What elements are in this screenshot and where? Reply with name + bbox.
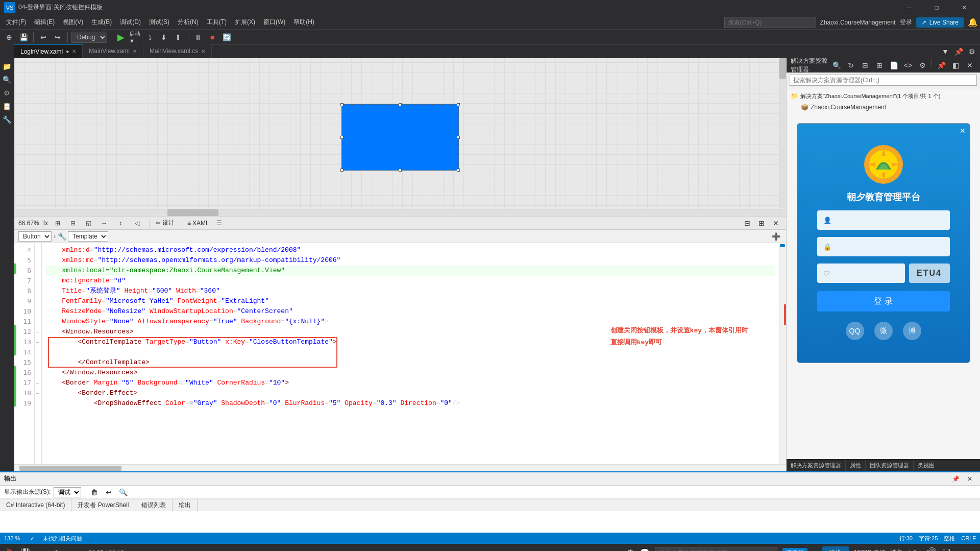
sidebar-icon-3[interactable]: ⚙	[1, 87, 13, 99]
zoom-btn[interactable]: fx	[43, 217, 48, 229]
player-next[interactable]: ⏭	[67, 548, 76, 552]
split-v[interactable]: ⊞	[755, 217, 768, 229]
notifications-icon[interactable]: 🔔	[968, 17, 978, 27]
menu-view[interactable]: 视图(V)	[59, 16, 87, 29]
sidebar-icon-1[interactable]: 📁	[1, 60, 13, 73]
vertical-scrollbar[interactable]	[779, 58, 786, 208]
panel-code[interactable]: <>	[902, 59, 914, 71]
tab-properties[interactable]: 属性	[846, 460, 866, 472]
tab-dropdown[interactable]: ▼	[939, 45, 951, 58]
send-button[interactable]: 发送	[822, 546, 849, 551]
toolbar-restart[interactable]: 🔄	[220, 31, 233, 43]
captcha-input[interactable]: 🛡	[817, 263, 905, 283]
player-settings[interactable]: ⚙	[626, 547, 634, 552]
output-find[interactable]: 🔍	[117, 486, 129, 498]
design-canvas[interactable]	[341, 104, 459, 171]
output-tab-output[interactable]: 输出	[173, 498, 198, 512]
preview-close-button[interactable]: ✕	[960, 127, 966, 135]
code-editor[interactable]: 4 5 6 7 8 9 10 11 12 13 14 15 16 17 18 1…	[14, 243, 786, 464]
tab-mainview-cs-close[interactable]: ✕	[201, 49, 205, 54]
output-clear[interactable]: 🗑	[88, 486, 101, 498]
horizontal-scrollbar[interactable]	[14, 209, 779, 216]
login-btn[interactable]: 登录	[900, 18, 912, 27]
toolbar-step-in[interactable]: ⬇	[158, 31, 170, 43]
fullscreen-icon[interactable]: ⛶	[942, 548, 950, 552]
global-search[interactable]	[724, 17, 816, 28]
menu-extensions[interactable]: 扩展(X)	[231, 16, 259, 29]
code-scroll-thumb[interactable]	[780, 244, 785, 247]
menu-edit[interactable]: 编辑(E)	[30, 16, 59, 29]
menu-build[interactable]: 生成(B)	[87, 16, 116, 29]
player-speed[interactable]: 1.5x	[908, 549, 920, 552]
login-button[interactable]: 登 录	[817, 291, 950, 312]
panel-collapse-all[interactable]: ⊞	[873, 59, 886, 71]
wechat-icon[interactable]: 微	[874, 322, 893, 340]
design-mode[interactable]: ✏ 设计	[156, 217, 175, 229]
zoom-fit-w[interactable]: ↔	[98, 217, 110, 229]
player-bookmark[interactable]: 🔖	[6, 548, 16, 551]
tab-loginview-close[interactable]: ✕	[72, 49, 76, 54]
tab-team-explorer[interactable]: 团队资源管理器	[866, 460, 914, 472]
resize-handle-mr[interactable]	[457, 136, 460, 139]
panel-settings[interactable]: ⚙	[916, 59, 928, 71]
template-dropdown[interactable]: Template	[68, 231, 108, 242]
panel-properties[interactable]: 📄	[888, 59, 900, 71]
toolbar-redo[interactable]: ↪	[52, 31, 64, 43]
output-tab-errors[interactable]: 错误列表	[135, 498, 173, 512]
panel-dock[interactable]: ◧	[949, 59, 962, 71]
xaml-mode-btn[interactable]: ≡ XAML	[187, 217, 209, 229]
debug-config-dropdown[interactable]: Debug	[71, 32, 107, 43]
align-toggle[interactable]: ◱	[83, 217, 94, 229]
tab-class-view[interactable]: 类视图	[914, 460, 939, 472]
menu-analyze[interactable]: 分析(N)	[174, 16, 203, 29]
output-tab-powershell[interactable]: 开发者 PowerShell	[71, 498, 135, 512]
code-h-scroll-thumb[interactable]	[19, 466, 121, 471]
blue-button-preview[interactable]	[341, 104, 459, 171]
barrage-input[interactable]	[655, 547, 777, 552]
code-content[interactable]: xmlns:d="http://schemas.microsoft.com/ex…	[42, 243, 779, 464]
weibo-icon[interactable]: 博	[903, 322, 921, 340]
panel-pin[interactable]: 📌	[935, 59, 947, 71]
toolbar-add[interactable]: ⊕	[3, 31, 15, 43]
resize-handle-br[interactable]	[457, 169, 460, 172]
resize-handle-ml[interactable]	[340, 136, 344, 139]
player-save[interactable]: 💾	[20, 548, 31, 551]
zoom-fit-h[interactable]: ↕	[114, 217, 127, 229]
panel-close[interactable]: ✕	[964, 59, 976, 71]
sidebar-icon-5[interactable]: 🔧	[1, 113, 13, 126]
resize-handle-bl[interactable]	[340, 169, 344, 172]
design-close[interactable]: ✕	[770, 217, 782, 229]
split-h[interactable]: ⊟	[741, 217, 753, 229]
output-source-select[interactable]: 调试	[54, 487, 81, 497]
tab-mainview-cs[interactable]: MainView.xaml.cs ✕	[143, 44, 212, 58]
username-input[interactable]: 👤	[817, 210, 950, 230]
toolbar-attach[interactable]: 启动▼	[129, 31, 141, 43]
menu-help[interactable]: 帮助(H)	[289, 16, 318, 29]
horizontal-scrollbar-thumb[interactable]	[167, 209, 218, 217]
panel-filter[interactable]: ⊟	[859, 59, 871, 71]
close-button[interactable]: ✕	[952, 0, 976, 15]
solution-search-input[interactable]	[790, 75, 977, 86]
menu-debug[interactable]: 调试(D)	[116, 16, 145, 29]
panel-search[interactable]: 🔍	[830, 59, 843, 71]
snap-toggle[interactable]: ⊟	[67, 217, 79, 229]
sidebar-icon-2[interactable]: 🔍	[1, 74, 13, 86]
toolbar-breakpoint[interactable]: ⏸	[192, 31, 204, 43]
toolbar-step-out[interactable]: ⬆	[172, 31, 184, 43]
resize-handle-tl[interactable]	[340, 103, 344, 106]
minimize-button[interactable]: ─	[897, 0, 921, 15]
player-prev[interactable]: ⏮	[43, 548, 52, 552]
template-selector[interactable]: 🔧 Template	[58, 231, 108, 242]
toolbar-save-all[interactable]: 💾	[17, 31, 30, 43]
menu-file[interactable]: 文件(F)	[2, 16, 30, 29]
element-dropdown[interactable]: Button	[18, 231, 52, 242]
grid-toggle[interactable]: ⊞	[52, 217, 63, 229]
tab-pin[interactable]: 📌	[952, 45, 965, 58]
tab-settings[interactable]: ⚙	[966, 45, 978, 58]
menu-tools[interactable]: 工具(T)	[203, 16, 231, 29]
player-play[interactable]: ▶	[56, 547, 63, 552]
code-horizontal-scrollbar[interactable]	[14, 464, 786, 471]
tab-mainview-xaml[interactable]: MainView.xaml ✕	[83, 44, 143, 58]
output-pin[interactable]: 📌	[949, 473, 962, 485]
menu-window[interactable]: 窗口(W)	[259, 16, 289, 29]
